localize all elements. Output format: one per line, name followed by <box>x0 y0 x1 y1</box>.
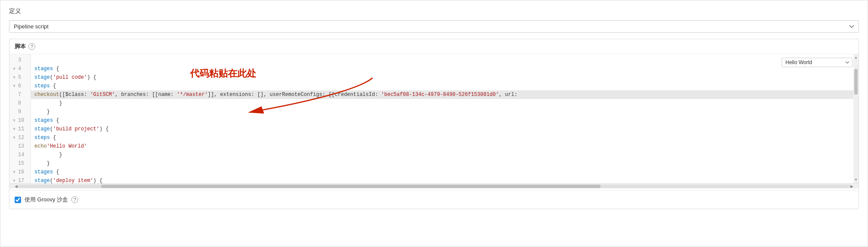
code-line: stage('pull code') { <box>31 73 853 82</box>
code-area[interactable]: 3▼4▼5▼6789▼10▼11▼12131415▼16▼17▼181920 s… <box>9 54 859 183</box>
groovy-sandbox-checkbox[interactable] <box>15 197 21 203</box>
line-number: ▼12 <box>9 133 31 142</box>
line-number: ▼5 <box>9 73 31 82</box>
line-number: 3 <box>9 56 31 65</box>
line-number: 8 <box>9 99 31 108</box>
hello-world-dropdown-container: Hello World Scripted Pipeline Declarativ… <box>782 58 853 67</box>
line-number: ▼10 <box>9 116 31 125</box>
line-number: 15 <box>9 159 31 168</box>
script-label: 脚本 <box>15 43 26 50</box>
scroll-left-arrow[interactable]: ◀ <box>15 184 18 188</box>
line-number: 14 <box>9 151 31 159</box>
line-number: ▼6 <box>9 82 31 90</box>
line-number: ▼11 <box>9 125 31 133</box>
code-line: stages { <box>31 65 853 73</box>
scroll-down-arrow[interactable]: ▼ <box>854 177 858 182</box>
pipeline-script-select[interactable]: Pipeline script Pipeline script from SCM <box>9 20 859 33</box>
scroll-thumb-v[interactable] <box>854 69 858 95</box>
script-section: 脚本 ? 代码粘贴在此处 Hello World Scripted Pi <box>9 39 859 209</box>
line-number: 7 <box>9 90 31 99</box>
line-numbers: 3▼4▼5▼6789▼10▼11▼12131415▼16▼17▼181920 <box>9 54 31 183</box>
code-line: stages { <box>31 168 853 176</box>
line-number: ▼4 <box>9 65 31 73</box>
section-title: 定义 <box>9 7 859 15</box>
scroll-thumb-h[interactable] <box>101 185 601 188</box>
hello-world-select[interactable]: Hello World Scripted Pipeline Declarativ… <box>782 58 853 67</box>
pipeline-script-dropdown-row: Pipeline script Pipeline script from SCM <box>9 20 859 33</box>
code-editor-container: 代码粘贴在此处 Hello World Scripted Pipeline De… <box>9 54 859 188</box>
main-container: 定义 Pipeline script Pipeline script from … <box>0 0 868 247</box>
code-line: steps { <box>31 82 853 90</box>
line-number: 13 <box>9 142 31 151</box>
code-line: stage('deploy item') { <box>31 176 853 183</box>
groovy-sandbox-label: 使用 Groovy 沙盒 <box>25 196 68 204</box>
script-label-bar: 脚本 ? <box>9 39 859 54</box>
code-line: stage('build project') { <box>31 125 853 133</box>
line-number: ▼16 <box>9 168 31 176</box>
scroll-up-arrow[interactable]: ▲ <box>854 55 858 60</box>
scroll-track-h[interactable] <box>18 185 850 188</box>
code-line <box>31 56 853 65</box>
code-line: } <box>31 99 853 108</box>
code-content[interactable]: stages { stage('pull code') { steps { ch… <box>31 54 853 183</box>
line-number: ▼17 <box>9 176 31 183</box>
line-number: 9 <box>9 108 31 116</box>
code-line: echo 'Hello World' <box>31 142 853 151</box>
code-line: } <box>31 151 853 159</box>
bottom-bar: 使用 Groovy 沙盒 ? <box>9 190 859 209</box>
code-line: } <box>31 108 853 116</box>
code-line: } <box>31 159 853 168</box>
code-line: stages { <box>31 116 853 125</box>
horizontal-scrollbar[interactable]: ◀ ▶ <box>9 183 859 188</box>
code-line: checkout([$class: 'GitSCM', branches: [[… <box>31 90 853 99</box>
code-line: steps { <box>31 133 853 142</box>
help-icon[interactable]: ? <box>28 43 35 50</box>
groovy-sandbox-help-icon[interactable]: ? <box>71 196 78 203</box>
scroll-right-arrow[interactable]: ▶ <box>850 184 853 188</box>
vertical-scrollbar[interactable]: ▲ ▼ <box>853 54 859 183</box>
